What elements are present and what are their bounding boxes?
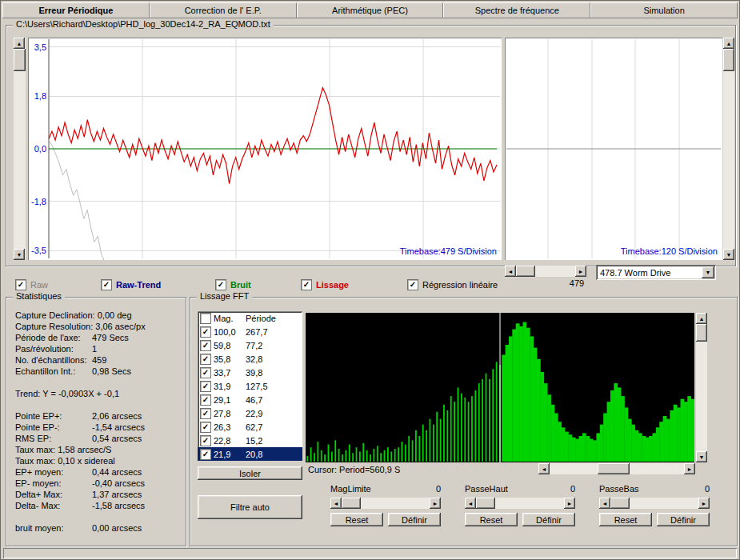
fft-spectrum-chart[interactable]	[306, 313, 694, 462]
tab-correction-ep[interactable]: Correction de l' E.P.	[150, 2, 297, 18]
fft-harmonic-row[interactable]: ✓29,146,7	[198, 393, 302, 406]
main-chart-vscrollbar[interactable]: ▲ ▼	[14, 38, 26, 260]
fft-harmonic-row[interactable]: ✓21,920,8	[198, 447, 302, 461]
fft-harmonic-row[interactable]: ✓59,877,2	[198, 338, 302, 352]
harmonic-checkbox[interactable]: ✓	[200, 449, 211, 460]
scroll-left-icon[interactable]: ◄	[538, 463, 550, 474]
period-header-label: Période	[246, 314, 276, 323]
tab-simulation[interactable]: Simulation	[590, 2, 738, 18]
harmonic-checkbox[interactable]: ✓	[200, 435, 211, 446]
scrollbar-thumb[interactable]	[516, 266, 535, 277]
scroll-right-icon[interactable]: ►	[698, 498, 710, 509]
maglimite-slider[interactable]: ◄ ►	[330, 498, 441, 509]
combo-value: 478.7 Worm Drive	[596, 268, 702, 278]
fft-harmonic-row[interactable]: ✓100,0267,7	[198, 325, 302, 338]
scroll-left-icon[interactable]: ◄	[599, 498, 610, 509]
stat-line	[15, 399, 180, 410]
checkbox-bruit[interactable]: ✓Bruit	[215, 279, 251, 290]
scrollbar-thumb[interactable]	[723, 49, 734, 71]
secondary-chart-vscrollbar[interactable]: ▲ ▼	[723, 38, 734, 260]
passebas-slider[interactable]: ◄ ►	[599, 498, 710, 509]
stat-line: Taux max: 0,10 x sidereal	[15, 455, 180, 466]
harmonic-checkbox[interactable]: ✓	[200, 394, 211, 406]
passehaut-reset-button[interactable]: Reset	[465, 513, 518, 526]
harmonic-period: 127,5	[246, 382, 268, 391]
fft-hscrollbar[interactable]: ◄ ►	[538, 463, 695, 474]
maglimite-label: MagLimite	[330, 484, 371, 495]
harmonic-checkbox[interactable]: ✓	[200, 326, 211, 338]
scrollbar-thumb[interactable]	[696, 324, 707, 342]
slider-thumb[interactable]	[610, 498, 630, 509]
passebas-reset-button[interactable]: Reset	[599, 513, 652, 526]
scroll-left-icon[interactable]: ◄	[465, 498, 476, 509]
stat-line: Période de l'axe:479 Secs	[15, 332, 180, 343]
harmonic-checkbox[interactable]: ✓	[200, 422, 211, 433]
slider-track[interactable]	[476, 498, 564, 509]
harmonic-checkbox[interactable]: ✓	[200, 381, 211, 392]
chevron-down-icon[interactable]: ▼	[702, 266, 714, 278]
scrollbar-track[interactable]	[550, 463, 684, 474]
passehaut-label: PasseHaut	[465, 484, 508, 495]
fft-harmonic-row[interactable]: ✓27,822,9	[198, 406, 302, 420]
maglimite-definir-button[interactable]: Définir	[388, 513, 441, 526]
fft-harmonic-row[interactable]: ✓33,739,8	[198, 366, 302, 379]
scroll-left-icon[interactable]: ◄	[330, 498, 342, 509]
tab-spectre-frequence[interactable]: Spectre de fréquence	[443, 2, 590, 18]
mag-header-checkbox[interactable]	[200, 313, 211, 324]
passebas-definir-button[interactable]: Définir	[657, 513, 710, 526]
scroll-down-icon[interactable]: ▼	[723, 249, 734, 260]
scrollbar-thumb[interactable]	[598, 463, 630, 474]
fft-harmonic-row[interactable]: ✓35,832,8	[198, 352, 302, 366]
scroll-down-icon[interactable]: ▼	[14, 249, 25, 260]
harmonic-checkbox[interactable]: ✓	[200, 340, 211, 351]
scroll-right-icon[interactable]: ►	[430, 498, 441, 509]
scrollbar-thumb[interactable]	[14, 49, 26, 71]
harmonic-checkbox[interactable]: ✓	[200, 354, 211, 365]
maglimite-reset-button[interactable]: Reset	[330, 513, 383, 526]
harmonic-checkbox[interactable]: ✓	[200, 367, 211, 378]
fft-vscrollbar[interactable]: ▲ ▼	[696, 313, 707, 462]
checkbox-raw-trend[interactable]: ✓Raw-Trend	[101, 279, 161, 290]
worm-drive-combo[interactable]: 478.7 Worm Drive ▼	[596, 265, 716, 280]
fft-harmonic-row[interactable]: ✓22,815,2	[198, 434, 302, 447]
passehaut-definir-button[interactable]: Définir	[522, 513, 575, 526]
scroll-up-icon[interactable]: ▲	[696, 313, 707, 324]
slider-thumb[interactable]	[342, 498, 361, 509]
stat-line: RMS EP:0,54 arcsecs	[15, 433, 180, 444]
checkbox-lissage[interactable]: ✓Lissage	[301, 279, 349, 290]
slider-track[interactable]	[610, 498, 698, 509]
fft-harmonics-list[interactable]: Mag.Période✓100,0267,7✓59,877,2✓35,832,8…	[198, 311, 302, 461]
slider-thumb[interactable]	[476, 498, 495, 509]
scroll-right-icon[interactable]: ►	[575, 266, 586, 277]
tab-arithmetique-pec[interactable]: Arithmétique (PEC)	[297, 2, 444, 18]
fft-list-header: Mag.Période	[198, 311, 302, 325]
isoler-button[interactable]: Isoler	[198, 466, 302, 480]
scroll-right-icon[interactable]: ►	[684, 463, 695, 474]
slider-track[interactable]	[342, 498, 430, 509]
scrollbar-track[interactable]	[14, 49, 26, 249]
scroll-left-icon[interactable]: ◄	[505, 266, 516, 277]
scrollbar-track[interactable]	[516, 266, 575, 277]
scrollbar-track[interactable]	[723, 49, 734, 249]
fft-harmonic-row[interactable]: ✓26,362,7	[198, 420, 302, 434]
stat-line	[15, 377, 180, 388]
scroll-down-icon[interactable]: ▼	[696, 451, 707, 462]
scroll-up-icon[interactable]: ▲	[723, 38, 734, 49]
statistics-body: Capture Declination: 0,00 degCapture Res…	[15, 310, 180, 534]
mag-header-label: Mag.	[211, 314, 246, 323]
checkbox-label: Régression linéaire	[422, 280, 498, 290]
checkbox-raw[interactable]: ✓Raw	[15, 279, 48, 290]
scrollbar-track[interactable]	[696, 324, 707, 451]
checkbox-regression-lineaire[interactable]: ✓Régression linéaire	[407, 279, 498, 290]
tab-erreur-periodique[interactable]: Erreur Périodique	[2, 2, 150, 18]
filtre-auto-button[interactable]: Filtre auto	[198, 495, 302, 519]
passehaut-slider[interactable]: ◄ ►	[465, 498, 575, 509]
stat-line: bruit moyen:0,00 arcsecs	[15, 522, 180, 534]
scroll-right-icon[interactable]: ►	[564, 498, 575, 509]
scroll-up-icon[interactable]: ▲	[14, 38, 25, 49]
fft-harmonic-row[interactable]: ✓31,9127,5	[198, 379, 302, 393]
timebase-hscrollbar[interactable]: ◄ ►	[505, 266, 586, 277]
stat-line: EP- moyen:-0,40 arcsecs	[15, 478, 180, 489]
harmonic-period: 39,8	[246, 368, 262, 378]
harmonic-checkbox[interactable]: ✓	[200, 408, 211, 419]
